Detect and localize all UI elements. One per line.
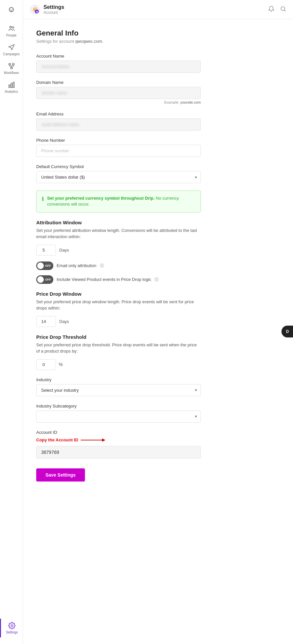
account-name-label: Account Name: [36, 54, 201, 59]
form-section: Account Name Domain Name Example: yoursi…: [36, 54, 201, 481]
price-drop-days-input[interactable]: [36, 316, 56, 327]
email-only-help-icon[interactable]: ⓪: [100, 263, 104, 269]
currency-group: Default Currency Symbol United States do…: [36, 164, 201, 183]
price-drop-window-desc: Set your preferred price drop window len…: [36, 299, 201, 311]
domain-hint: Example: yoursite.com: [36, 100, 201, 104]
price-drop-threshold-section: Price Drop Threshold Set your preferred …: [36, 334, 201, 370]
price-drop-logic-toggle[interactable]: OFF: [36, 275, 53, 284]
attribution-days-input[interactable]: [36, 245, 56, 256]
industry-select[interactable]: Select your industry Retail Technology H…: [36, 384, 201, 396]
people-icon: [8, 25, 15, 32]
header-title: Settings: [43, 4, 64, 10]
industry-subcategory-select-wrapper: ▾: [36, 410, 201, 423]
currency-label: Default Currency Symbol: [36, 164, 201, 169]
attribution-heading: Attribution Window: [36, 220, 201, 225]
price-drop-logic-toggle-off-label: OFF: [45, 278, 51, 281]
dark-circle-button[interactable]: D: [281, 326, 293, 337]
attribution-section: Attribution Window Set your preferred at…: [36, 220, 201, 284]
price-drop-window-section: Price Drop Window Set your preferred pri…: [36, 291, 201, 327]
price-drop-logic-toggle-knob: [37, 276, 44, 283]
price-drop-logic-help-icon[interactable]: ⓪: [154, 277, 159, 283]
email-only-toggle[interactable]: OFF: [36, 261, 53, 270]
header-titles: Settings Account: [43, 4, 64, 15]
industry-subcategory-group: Industry Subcategory ▾: [36, 404, 201, 423]
copy-hint-row: Copy the Account ID: [36, 437, 201, 443]
email-only-toggle-off-label: OFF: [45, 264, 51, 267]
account-id-label: Account ID: [36, 430, 201, 435]
content-area: D General Info Settings for account qwcq…: [23, 19, 293, 644]
sidebar-item-analytics[interactable]: Analytics: [0, 78, 23, 97]
analytics-icon: [8, 81, 15, 88]
settings-header-icon: ⚙: [30, 4, 40, 15]
svg-point-1: [12, 27, 14, 28]
save-settings-button[interactable]: Save Settings: [36, 468, 85, 482]
industry-label: Industry: [36, 377, 201, 382]
svg-point-0: [10, 26, 12, 28]
account-id-value: 3879769: [36, 446, 201, 458]
campaigns-icon: [8, 44, 15, 51]
info-banner-text: Set your preferred currency symbol throu…: [47, 195, 195, 207]
svg-rect-2: [9, 63, 11, 65]
page-title: General Info: [36, 29, 280, 37]
email-only-toggle-track: OFF: [36, 261, 53, 270]
sidebar-item-workflows-label: Workflows: [4, 71, 19, 75]
sidebar-item-workflows[interactable]: Workflows: [0, 59, 23, 78]
phone-number-label: Phone Number: [36, 138, 201, 143]
svg-rect-3: [12, 63, 14, 65]
phone-number-group: Phone Number: [36, 138, 201, 157]
price-drop-threshold-input[interactable]: [36, 359, 56, 370]
svg-marker-15: [102, 438, 105, 442]
sidebar-item-settings[interactable]: Settings: [0, 619, 23, 637]
svg-rect-7: [13, 82, 14, 88]
save-btn-row: Save Settings: [36, 468, 201, 482]
account-name-input[interactable]: [36, 61, 201, 73]
app-logo: ☺: [6, 3, 17, 15]
industry-group: Industry Select your industry Retail Tec…: [36, 377, 201, 396]
account-id-section: Account ID Copy the Account ID 3879769: [36, 430, 201, 458]
arrow-right-icon: [81, 437, 107, 443]
sidebar-item-people-label: People: [6, 34, 16, 37]
domain-name-input[interactable]: [36, 87, 201, 99]
price-drop-logic-label: Include Viewed Product events in Price D…: [57, 277, 151, 282]
notification-icon[interactable]: [268, 6, 275, 13]
svg-text:⚙: ⚙: [36, 11, 38, 13]
email-address-label: Email Address: [36, 111, 201, 116]
attribution-desc: Set your preferred attribution window le…: [36, 227, 201, 240]
industry-select-wrapper: Select your industry Retail Technology H…: [36, 384, 201, 396]
sidebar-item-campaigns-label: Campaigns: [3, 52, 20, 56]
currency-select[interactable]: United States dollar ($) Euro (€) Britis…: [36, 171, 201, 183]
price-drop-days-row: Days: [36, 316, 201, 327]
sidebar-item-analytics-label: Analytics: [5, 90, 18, 93]
attribution-days-label: Days: [59, 248, 69, 253]
percent-symbol: %: [59, 362, 63, 367]
price-drop-logic-toggle-track: OFF: [36, 275, 53, 284]
main-content: ⚙ Settings Account: [23, 0, 293, 644]
currency-info-banner: ℹ Set your preferred currency symbol thr…: [36, 190, 201, 212]
price-drop-days-label: Days: [59, 319, 69, 324]
svg-rect-6: [11, 83, 12, 87]
industry-subcategory-label: Industry Subcategory: [36, 404, 201, 409]
copy-account-id-hint: Copy the Account ID: [36, 437, 78, 442]
svg-point-8: [11, 625, 13, 627]
sidebar-item-people[interactable]: People: [0, 22, 23, 40]
domain-name-label: Domain Name: [36, 80, 201, 85]
price-drop-logic-toggle-row: OFF Include Viewed Product events in Pri…: [36, 275, 201, 284]
sidebar: ☺ People Campaigns Workflows Ana: [0, 0, 23, 644]
header-left: ⚙ Settings Account: [30, 4, 64, 15]
email-only-toggle-row: OFF Email only attribution ⓪: [36, 261, 201, 270]
sidebar-item-settings-label: Settings: [6, 631, 18, 634]
svg-point-13: [281, 7, 285, 11]
account-domain: qwcqwec.com: [75, 39, 102, 44]
settings-icon: [8, 622, 15, 629]
email-address-input[interactable]: [36, 118, 201, 131]
header: ⚙ Settings Account: [23, 0, 293, 19]
currency-select-wrapper: United States dollar ($) Euro (€) Britis…: [36, 171, 201, 183]
sidebar-item-campaigns[interactable]: Campaigns: [0, 40, 23, 59]
header-subtitle: Account: [43, 10, 64, 15]
svg-rect-4: [11, 67, 13, 69]
phone-number-input[interactable]: [36, 145, 201, 157]
attribution-days-row: Days: [36, 245, 201, 256]
page-subtitle: Settings for account qwcqwec.com.: [36, 39, 280, 44]
industry-subcategory-select[interactable]: [36, 410, 201, 423]
search-icon[interactable]: [280, 6, 286, 13]
